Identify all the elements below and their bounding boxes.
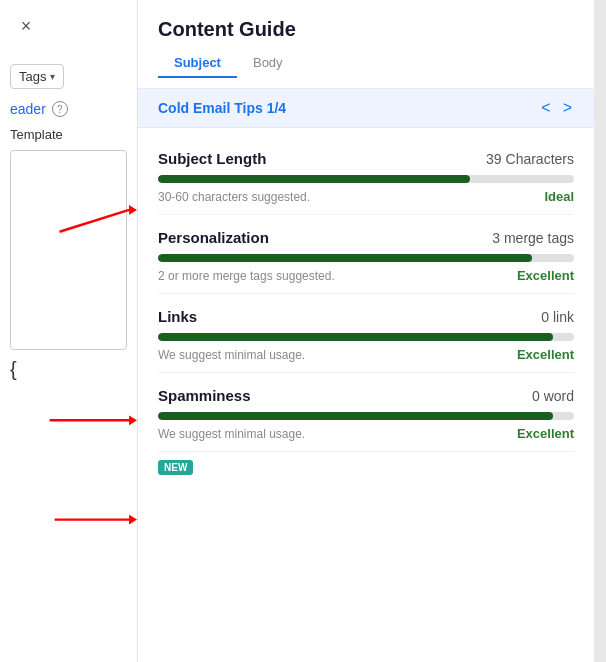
chevron-down-icon: ▾: [50, 71, 55, 82]
metric-name-personalization: Personalization: [158, 229, 269, 246]
curly-brace: {: [10, 358, 127, 381]
progress-bar-bg-links: [158, 333, 574, 341]
help-icon[interactable]: ?: [52, 101, 68, 117]
tab-subject[interactable]: Subject: [158, 49, 237, 78]
metric-name-subject-length: Subject Length: [158, 150, 266, 167]
metric-header-subject-length: Subject Length 39 Characters: [158, 150, 574, 167]
scrollbar[interactable]: [594, 0, 606, 662]
metric-value-subject-length: 39 Characters: [486, 151, 574, 167]
progress-bar-fill-spamminess: [158, 412, 553, 420]
sidebar: × Tags ▾ eader ? Template {: [0, 0, 138, 662]
progress-bar-fill-personalization: [158, 254, 532, 262]
metric-status-personalization: Excellent: [517, 268, 574, 283]
metric-footer-spamminess: We suggest minimal usage. Excellent: [158, 426, 574, 441]
nav-arrows: < >: [539, 99, 574, 117]
cold-email-banner: Cold Email Tips 1/4 < >: [138, 89, 594, 128]
metric-footer-subject-length: 30-60 characters suggested. Ideal: [158, 189, 574, 204]
metric-footer-links: We suggest minimal usage. Excellent: [158, 347, 574, 362]
progress-bar-fill-links: [158, 333, 553, 341]
metric-status-subject-length: Ideal: [544, 189, 574, 204]
metric-value-spamminess: 0 word: [532, 388, 574, 404]
metric-suggestion-spamminess: We suggest minimal usage.: [158, 427, 305, 441]
metric-item-personalization: Personalization 3 merge tags 2 or more m…: [158, 215, 574, 294]
metric-value-personalization: 3 merge tags: [492, 230, 574, 246]
metric-value-links: 0 link: [541, 309, 574, 325]
metric-status-links: Excellent: [517, 347, 574, 362]
new-badge: NEW: [158, 460, 193, 475]
metric-suggestion-links: We suggest minimal usage.: [158, 348, 305, 362]
template-textarea[interactable]: [10, 150, 127, 350]
metric-footer-personalization: 2 or more merge tags suggested. Excellen…: [158, 268, 574, 283]
tab-body[interactable]: Body: [237, 49, 299, 78]
metric-suggestion-subject-length: 30-60 characters suggested.: [158, 190, 310, 204]
prev-arrow-button[interactable]: <: [539, 99, 552, 117]
header-label: eader: [10, 101, 46, 117]
tab-bar: Subject Body: [158, 49, 574, 78]
panel-title: Content Guide: [158, 18, 574, 41]
close-button[interactable]: ×: [12, 12, 40, 40]
svg-marker-3: [129, 415, 137, 425]
metric-name-links: Links: [158, 308, 197, 325]
next-arrow-button[interactable]: >: [561, 99, 574, 117]
main-panel: Content Guide Subject Body Cold Email Ti…: [138, 0, 594, 662]
progress-bar-bg-spamminess: [158, 412, 574, 420]
metric-suggestion-personalization: 2 or more merge tags suggested.: [158, 269, 335, 283]
template-label: Template: [10, 127, 127, 142]
progress-bar-bg-personalization: [158, 254, 574, 262]
progress-bar-bg-subject-length: [158, 175, 574, 183]
metric-header-links: Links 0 link: [158, 308, 574, 325]
metric-item-subject-length: Subject Length 39 Characters 30-60 chara…: [158, 136, 574, 215]
metric-item-spamminess: Spamminess 0 word We suggest minimal usa…: [158, 373, 574, 452]
cold-email-title: Cold Email Tips 1/4: [158, 100, 286, 116]
metric-header-spamminess: Spamminess 0 word: [158, 387, 574, 404]
metric-item-links: Links 0 link We suggest minimal usage. E…: [158, 294, 574, 373]
metrics-list: Subject Length 39 Characters 30-60 chara…: [138, 128, 594, 662]
metric-name-spamminess: Spamminess: [158, 387, 251, 404]
metric-header-personalization: Personalization 3 merge tags: [158, 229, 574, 246]
tags-dropdown[interactable]: Tags ▾: [10, 64, 64, 89]
svg-marker-5: [129, 515, 137, 525]
progress-bar-fill-subject-length: [158, 175, 470, 183]
tags-label: Tags: [19, 69, 46, 84]
svg-marker-1: [129, 205, 137, 215]
metric-status-spamminess: Excellent: [517, 426, 574, 441]
panel-header: Content Guide Subject Body: [138, 0, 594, 89]
